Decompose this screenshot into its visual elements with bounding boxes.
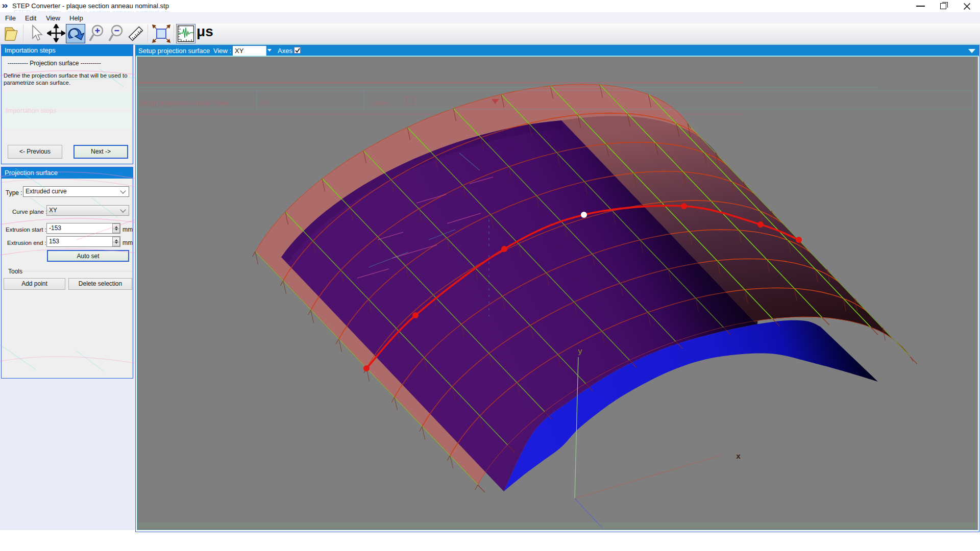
svg-text:Axes: Axes bbox=[373, 99, 388, 107]
svg-text:XY: XY bbox=[260, 99, 270, 107]
svg-text:View :: View : bbox=[214, 99, 232, 107]
svg-text:y: y bbox=[578, 347, 582, 356]
svg-text:x: x bbox=[736, 453, 741, 461]
svg-text:Setup projection surface: Setup projection surface bbox=[139, 99, 210, 107]
